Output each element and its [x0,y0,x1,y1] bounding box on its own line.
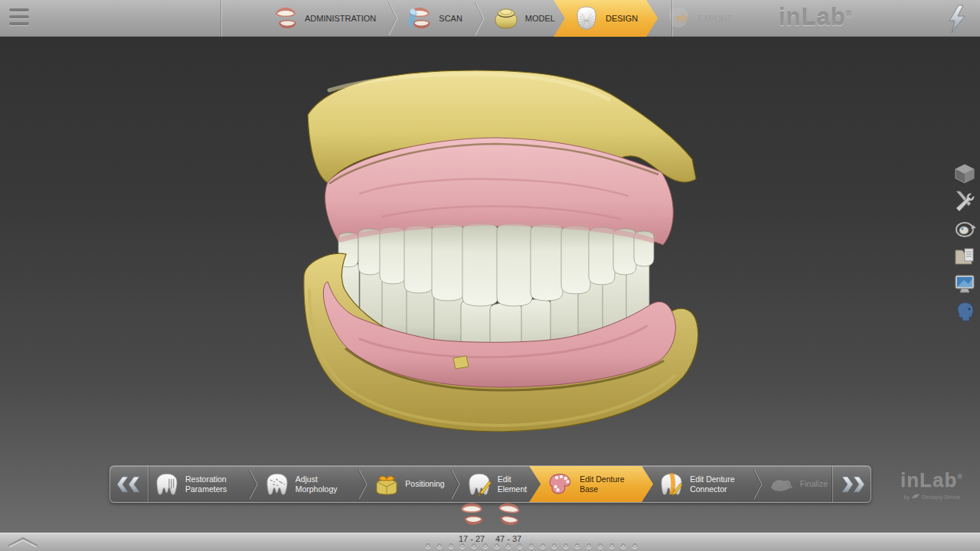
tab-label: EXPORT [697,14,732,23]
molar-morphology-icon [263,472,291,497]
nav-dot[interactable] [586,543,591,548]
nav-dot[interactable] [483,543,488,548]
step-label: Restoration Parameters [185,474,243,493]
nav-dot[interactable] [495,543,499,548]
registered-mark: ® [846,10,852,18]
3d-viewport[interactable] [0,37,980,533]
tab-label: MODEL [525,14,555,23]
tab-separator [387,0,399,37]
case-details-icon[interactable] [953,246,976,267]
step-restoration-parameters[interactable]: Restoration Parameters [149,466,247,502]
tools-icon[interactable] [953,191,976,212]
workflow-bar: Restoration Parameters Adjust Morphology… [109,465,871,503]
connect-flash-icon[interactable] [942,4,972,34]
tab-design[interactable]: DESIGN [554,0,658,37]
step-label: Edit Denture Base [580,474,636,493]
expand-panel-chevron-icon[interactable] [8,536,38,547]
topbar-separator [220,0,221,37]
double-chevron-left-icon [116,475,142,494]
tab-export: EXPORT [658,0,743,37]
tab-separator [473,0,485,37]
step-label: Finalize [800,479,828,488]
workflow-prev-button[interactable] [110,466,149,502]
nav-dot[interactable] [529,543,534,548]
monitor-icon[interactable] [953,273,976,295]
jaw-thumbnails [0,499,980,533]
tab-label: DESIGN [606,14,638,23]
app-logo: inLab® [754,4,877,31]
step-separator [752,469,763,500]
step-edit-denture-base[interactable]: Edit Denture Base [529,466,653,502]
step-separator [449,469,461,500]
tab-label: ADMINISTRATION [305,14,376,23]
topbar-separator [671,0,672,37]
tab-administration[interactable]: ADMINISTRATION [265,0,387,37]
step-label: Edit Element [498,474,537,493]
crown-mesh-icon [572,4,601,33]
nav-dot[interactable] [621,543,626,548]
nav-dot[interactable] [541,543,545,548]
step-label: Adjust Morphology [296,474,353,493]
molar-pencil-icon [466,472,493,497]
step-dots [426,543,637,548]
step-edit-denture-connector[interactable]: Edit Denture Connector [653,466,752,502]
tab-scan[interactable]: SCAN [399,0,473,37]
nav-dot[interactable] [460,543,465,548]
jaw-scan-icon [405,4,434,33]
bottom-strip: 17 - 27 47 - 37 [0,533,980,551]
step-label: Positioning [405,479,444,488]
finalize-icon [768,472,795,497]
workflow-steps: Restoration Parameters Adjust Morphology… [149,466,832,502]
model-base-icon [492,4,521,33]
lower-jaw-thumbnail[interactable] [493,499,524,530]
nav-dot[interactable] [437,543,442,548]
top-bar: ADMINISTRATION SCAN MODEL [0,0,980,37]
nav-dot[interactable] [449,543,453,548]
display-objects-cube-icon[interactable] [953,163,976,184]
brand-logo-bottom: inLab® by Dentsply Sirona [900,468,963,500]
upper-jaw-thumbnail[interactable] [456,499,487,530]
nav-dot[interactable] [598,543,603,548]
step-label: Edit Denture Connector [690,474,747,493]
nav-dot[interactable] [609,543,614,548]
nav-dot[interactable] [575,543,580,548]
nav-dot[interactable] [552,543,557,548]
lower-jaw-range-label[interactable]: 47 - 37 [490,534,527,543]
side-toolbar [953,163,976,322]
upper-jaw-range-label[interactable]: 17 - 27 [453,534,490,543]
articulation-icon[interactable] [953,218,976,240]
menu-icon[interactable] [9,8,31,28]
denture-3d-model [0,37,980,533]
step-separator [357,469,368,500]
positioning-block-icon [373,472,400,497]
nav-dot[interactable] [518,543,522,548]
step-positioning[interactable]: Positioning [368,466,449,502]
denture-base-icon [547,472,575,497]
nav-dot[interactable] [426,543,430,548]
patient-head-icon[interactable] [953,301,976,322]
step-adjust-morphology[interactable]: Adjust Morphology [259,466,358,502]
cast-notch [453,356,469,369]
jaw-icon [271,4,300,33]
workflow-next-button[interactable] [832,466,871,502]
molar-connector-icon [658,472,685,497]
nav-dot[interactable] [564,543,568,548]
step-separator [247,469,259,500]
step-edit-element[interactable]: Edit Element [461,466,541,502]
tab-label: SCAN [439,14,462,23]
export-icon [664,4,693,33]
step-finalize: Finalize [763,466,832,502]
molar-params-icon [153,472,181,497]
tab-model[interactable]: MODEL [485,0,566,37]
nav-dot[interactable] [632,543,637,548]
double-chevron-right-icon [839,475,865,494]
nav-dot[interactable] [472,543,476,548]
nav-dot[interactable] [506,543,511,548]
